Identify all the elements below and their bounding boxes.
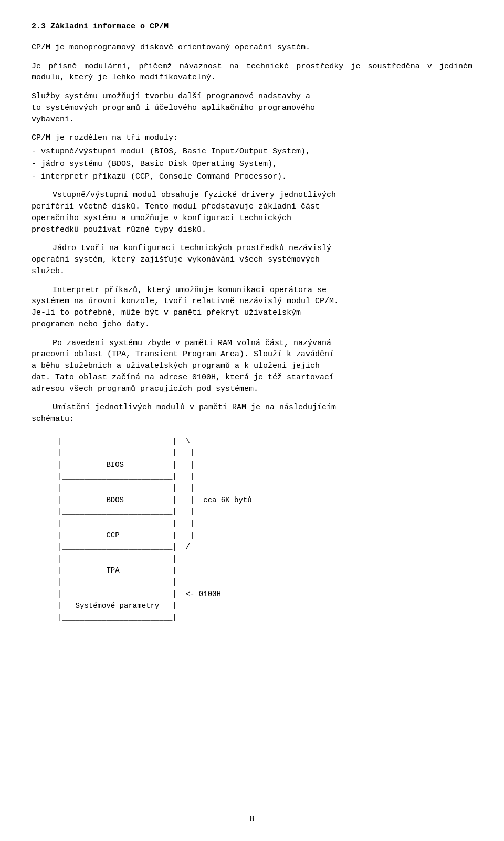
p5-line3: operačního systému a umožňuje v konfigur… bbox=[32, 214, 291, 223]
list-intro: CP/M je rozdělen na tři moduly: bbox=[32, 132, 472, 144]
section-heading: 2.3 Základní informace o CP/M bbox=[32, 21, 472, 33]
diagram-content: |_________________________| \ | | | | BI… bbox=[58, 435, 472, 624]
paragraph-8: Po zavedení systému zbyde v paměti RAM v… bbox=[32, 338, 472, 395]
p7-line4: programem nebo jeho daty. bbox=[32, 320, 150, 329]
paragraph-7: Interpretr příkazů, který umožňuje komun… bbox=[32, 285, 472, 330]
p8-line2: pracovní oblast (TPA, Transient Program … bbox=[32, 350, 334, 359]
memory-diagram: |_________________________| \ | | | | BI… bbox=[32, 435, 472, 624]
list-item-3-text: - interpretr příkazů (CCP, Console Comma… bbox=[32, 172, 287, 181]
list-intro-text: CP/M je rozdělen na tři moduly: bbox=[32, 133, 178, 142]
paragraph-1: CP/M je monoprogramový diskově orientova… bbox=[32, 42, 472, 54]
p5-line1: Vstupně/výstupní modul obsahuje fyzické … bbox=[52, 191, 336, 200]
list-item-2: - jádro systému (BDOS, Basic Disk Operat… bbox=[32, 159, 472, 170]
list-item-3: - interpretr příkazů (CCP, Console Comma… bbox=[32, 171, 472, 183]
paragraph-6: Jádro tvoří na konfiguraci technických p… bbox=[32, 243, 472, 277]
p1-text: CP/M je monoprogramový diskově orientova… bbox=[32, 43, 310, 52]
p7-line3: Je-li to potřebné, může být v paměti pře… bbox=[32, 308, 301, 317]
p3-line1: Služby systému umožňují tvorbu další pro… bbox=[32, 92, 310, 101]
paragraph-3: Služby systému umožňují tvorbu další pro… bbox=[32, 91, 472, 125]
page: 2.3 Základní informace o CP/M CP/M je mo… bbox=[0, 0, 504, 841]
p3-line3: vybavení. bbox=[32, 115, 74, 124]
diagram-table: |_________________________| \ | | | | BI… bbox=[58, 435, 472, 624]
p7-line2: systémem na úrovni konzole, tvoří relati… bbox=[32, 297, 339, 306]
page-number-text: 8 bbox=[249, 815, 254, 824]
page-number: 8 bbox=[0, 814, 504, 825]
p6-line3: služeb. bbox=[32, 267, 65, 276]
p8-line3: a běhu služebních a uživatelských progra… bbox=[32, 361, 320, 370]
paragraph-5: Vstupně/výstupní modul obsahuje fyzické … bbox=[32, 190, 472, 235]
p6-line1: Jádro tvoří na konfiguraci technických p… bbox=[52, 244, 331, 253]
heading-text: 2.3 Základní informace o CP/M bbox=[32, 22, 169, 31]
list-item-1: - vstupně/výstupní modul (BIOS, Basic In… bbox=[32, 146, 472, 158]
p5-line4: prostředků používat různé typy disků. bbox=[32, 225, 206, 234]
p9-line1: Umístění jednotlivých modulů v paměti RA… bbox=[52, 403, 336, 412]
p6-line2: operační systém, který zajišťuje vykonáv… bbox=[32, 255, 320, 264]
paragraph-2: Je přísně modulární, přičemž návaznost n… bbox=[32, 61, 472, 84]
p8-line4: dat. Tato oblast začíná na adrese 0100H,… bbox=[32, 373, 334, 382]
p9-line2: schématu: bbox=[32, 414, 74, 423]
p5-line2: periférií včetně disků. Tento modul před… bbox=[32, 202, 320, 211]
p3-line2: to systémových programů i účelového apli… bbox=[32, 103, 315, 112]
p2-text: Je přísně modulární, přičemž návaznost n… bbox=[32, 62, 472, 82]
p8-line1: Po zavedení systému zbyde v paměti RAM v… bbox=[52, 339, 331, 348]
p8-line5: adresou všech programů pracujících pod s… bbox=[32, 385, 258, 393]
list-item-1-text: - vstupně/výstupní modul (BIOS, Basic In… bbox=[32, 147, 310, 156]
list-section: CP/M je rozdělen na tři moduly: - vstupn… bbox=[32, 132, 472, 182]
p7-line1: Interpretr příkazů, který umožňuje komun… bbox=[52, 286, 327, 295]
paragraph-9: Umístění jednotlivých modulů v paměti RA… bbox=[32, 402, 472, 425]
list-item-2-text: - jádro systému (BDOS, Basic Disk Operat… bbox=[32, 160, 277, 169]
